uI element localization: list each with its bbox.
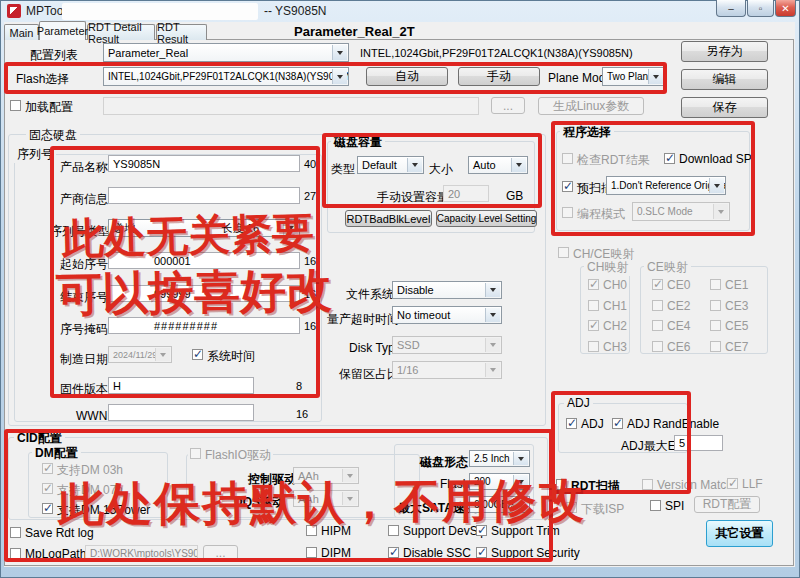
ch1-checkbox: CH1: [588, 299, 627, 313]
flash-speed-dropdown[interactable]: 200: [469, 473, 530, 490]
adj-randenable-checkbox[interactable]: ADJ RandEnable: [612, 417, 719, 431]
timeout-label: 量产超时时间: [327, 311, 399, 328]
disable-ssc-checkbox[interactable]: Disable SSC: [388, 546, 471, 560]
flash-select-dropdown[interactable]: INTEL,1024Gbit,PF29F01T2ALCQK1(N38A)(YS9…: [103, 67, 349, 86]
ctrl-drive-label: 控制驱动: [248, 471, 296, 488]
close-button[interactable]: ✕: [775, 0, 796, 17]
support-security-checkbox[interactable]: Support Security: [476, 546, 580, 560]
serial-group-label: 序列号: [14, 146, 56, 163]
checkbox-box: [558, 247, 569, 258]
save-button[interactable]: 保存: [681, 97, 768, 118]
checkbox-box: [562, 207, 573, 218]
auto-button[interactable]: 自动: [366, 67, 448, 86]
rdt-badblk-level-button[interactable]: RDTBadBlkLevel: [345, 210, 432, 227]
capacity-size-label: 大小: [429, 161, 453, 178]
dm-15power-checkbox[interactable]: 支持DM 15Power: [42, 502, 150, 519]
dipm-checkbox[interactable]: DIPM: [306, 546, 351, 560]
manual-capacity-field: 20: [443, 185, 489, 202]
product-name-field[interactable]: YS9085N: [108, 155, 300, 172]
download-isp-label: 下载ISP: [581, 501, 624, 518]
save-as-button[interactable]: 另存为: [681, 41, 768, 62]
prescan-dropdown[interactable]: 1.Don't Reference Origina: [606, 176, 726, 195]
chevron-down-icon: [485, 283, 500, 297]
product-name-limit: 40: [304, 158, 316, 170]
sn-mask-field[interactable]: #########: [108, 317, 300, 334]
ch-map-group-label: CH映射: [584, 259, 631, 276]
tab-parameter[interactable]: Parameter: [39, 21, 86, 40]
mplogpath-checkbox[interactable]: MpLogPath: [10, 547, 86, 561]
checkbox-box: [306, 525, 317, 536]
save-rdt-log-label: Save Rdt log: [25, 526, 94, 540]
chevron-down-icon: [709, 178, 724, 193]
ssd-group-label: 固态硬盘: [26, 127, 80, 144]
tab-rdt-detail-result[interactable]: RDT Detail Result: [87, 24, 155, 40]
wwn-field[interactable]: [108, 404, 254, 421]
tab-rdt-result[interactable]: RDT Result: [156, 24, 207, 40]
support-trim-label: Support Trim: [491, 524, 560, 538]
timeout-dropdown[interactable]: No timeout: [392, 306, 502, 324]
end-sn-field[interactable]: 999999: [108, 285, 300, 302]
ce-map-group-label: CE映射: [644, 259, 691, 276]
load-config-checkbox[interactable]: 加载配置: [10, 99, 73, 116]
capacity-type-dropdown[interactable]: Default: [357, 156, 424, 174]
config-list-dropdown[interactable]: Parameter_Real: [103, 43, 349, 62]
capacity-level-setting-button[interactable]: Capacity Level Setting: [436, 210, 537, 227]
capacity-type-value: Default: [362, 159, 397, 171]
tab-main[interactable]: Main: [4, 24, 39, 40]
dm-03h-label: 支持DM 03h: [57, 462, 123, 479]
maximize-button[interactable]: ▫: [747, 0, 774, 17]
reserved-ratio-dropdown: 1/16: [392, 361, 502, 379]
plane-mode-dropdown[interactable]: Two Plane: [602, 67, 665, 86]
minimize-button[interactable]: –: [716, 0, 746, 17]
llf-label: LLF: [742, 477, 763, 491]
spi-checkbox[interactable]: SPI: [650, 499, 684, 513]
checkbox-box: [388, 525, 399, 536]
sn-type-value: 递增: [113, 221, 135, 236]
ce2-label: CE2: [667, 299, 690, 313]
chevron-down-icon: [485, 338, 500, 352]
adj-max-ecc-field[interactable]: 5: [674, 435, 723, 451]
dqs-drive-label: DQS驱动: [234, 494, 284, 511]
mfg-date-value: 2024/11/29/: [113, 350, 160, 360]
checkbox-box: [566, 502, 577, 513]
firmware-version-label: 固件版本: [60, 381, 108, 398]
spi-label: SPI: [665, 499, 684, 513]
ce2-checkbox: CE2: [652, 299, 690, 313]
flash-speed-value: 200: [474, 476, 491, 487]
chevron-down-icon: [407, 158, 422, 172]
chevron-down-icon: [332, 69, 347, 84]
mfg-date-dropdown: 2024/11/29/: [108, 346, 172, 363]
edit-button[interactable]: 编辑: [681, 69, 768, 90]
support-devslp-checkbox[interactable]: Support DevSlp: [388, 524, 487, 538]
support-trim-checkbox[interactable]: Support Trim: [476, 524, 560, 538]
hipm-checkbox[interactable]: HIPM: [306, 524, 351, 538]
title-bar[interactable]: MPTools -- YS9085N – ▫ ✕: [0, 0, 800, 22]
start-sn-limit: 16: [304, 255, 316, 267]
checkbox-box: [10, 527, 21, 538]
ce6-label: CE6: [667, 340, 690, 354]
mfg-date-label: 制造日期: [60, 351, 108, 368]
sn-type-dropdown[interactable]: 递增 长度 16: [108, 219, 300, 237]
rdt-scan-checkbox[interactable]: RDT扫描: [556, 478, 620, 495]
download-spi-checkbox[interactable]: Download SPI: [664, 152, 755, 166]
file-system-dropdown[interactable]: Disable: [392, 281, 502, 299]
start-sn-field[interactable]: 000001: [108, 252, 300, 269]
max-sata-speed-dropdown[interactable]: 6.00GB/s: [469, 496, 530, 513]
firmware-version-field[interactable]: H: [108, 377, 254, 394]
dm-group-label: DM配置: [32, 445, 81, 462]
rdt-config-button: RDT配置: [694, 496, 760, 513]
capacity-size-dropdown[interactable]: Auto: [468, 156, 528, 174]
other-settings-button[interactable]: 其它设置: [706, 520, 773, 547]
system-time-checkbox[interactable]: 系统时间: [192, 348, 255, 365]
manual-capacity-label: 手动设置容量: [377, 189, 449, 206]
vendor-info-field[interactable]: [108, 187, 300, 204]
generate-linux-button: 生成Linux参数: [538, 97, 644, 115]
ce3-label: CE3: [725, 299, 748, 313]
manual-button[interactable]: 手动: [458, 67, 540, 86]
disk-form-dropdown[interactable]: 2.5 Inch: [469, 450, 530, 467]
disable-ssc-label: Disable SSC: [403, 546, 471, 560]
save-rdt-log-checkbox[interactable]: Save Rdt log: [10, 526, 94, 540]
adj-checkbox[interactable]: ADJ: [566, 417, 604, 431]
checkbox-box: [476, 547, 487, 558]
checkbox-box: [652, 341, 663, 352]
